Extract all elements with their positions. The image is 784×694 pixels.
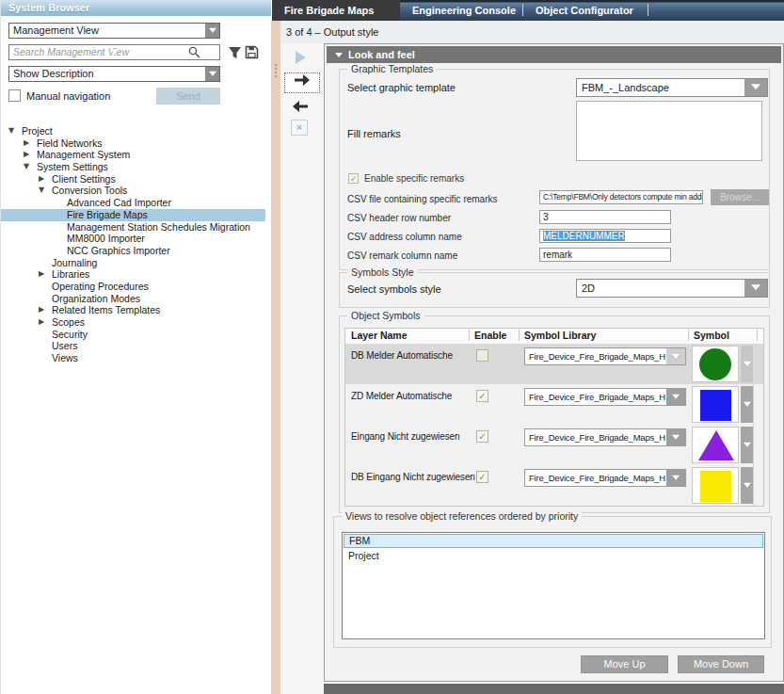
symbol-dropdown-arrow-icon[interactable] [741, 346, 753, 382]
show-description-dropdown[interactable]: Show Description [8, 66, 220, 82]
arrow-left-icon [292, 101, 309, 112]
enable-checkbox[interactable] [476, 349, 488, 362]
tree-item[interactable]: ▶Related Items Templates [1, 304, 265, 316]
tree-item-selected[interactable]: Fire Brigade Maps [1, 209, 265, 221]
symbol-library-dropdown[interactable]: Fire_Device_Fire_Brigade_Maps_HQ_1 [524, 428, 686, 446]
tab-engineering-console[interactable]: Engineering Console [400, 0, 522, 21]
move-down-button[interactable]: Move Down [678, 655, 764, 673]
tree-item[interactable]: ▶Management System [1, 149, 265, 161]
symbol-preview[interactable] [692, 467, 739, 504]
list-item[interactable]: Project [343, 549, 764, 563]
tree-item[interactable]: MM8000 Importer [1, 233, 265, 245]
symbol-library-dropdown[interactable]: Fire_Device_Fire_Brigade_Maps_HQ_1 [524, 347, 686, 365]
dropdown-arrow-icon[interactable] [666, 470, 685, 486]
management-view-dropdown[interactable]: Management View [8, 23, 220, 39]
csv-header-row-input[interactable]: 3 [539, 210, 671, 224]
object-symbols-row[interactable]: ZD Melder Automatische ✓ Fire_Device_Fir… [345, 384, 763, 425]
browse-button[interactable]: Browse... [711, 189, 769, 205]
tree-item[interactable]: ▶Scopes [1, 316, 265, 329]
tree-item[interactable]: Advanced Cad Importer [1, 197, 265, 209]
object-symbols-row[interactable]: DB Melder Automatische Fire_Device_Fire_… [345, 344, 763, 384]
tree-item[interactable]: Security [1, 329, 265, 341]
object-symbols-row[interactable]: Eingang Nicht zugewiesen ✓ Fire_Device_F… [345, 425, 763, 465]
expander-icon[interactable]: ▶ [39, 304, 52, 316]
symbol-library-dropdown[interactable]: Fire_Device_Fire_Brigade_Maps_HQ_1 [524, 469, 686, 487]
tree-item[interactable]: ▶Client Settings [1, 173, 265, 186]
symbols-style-dropdown[interactable]: 2D [576, 279, 768, 298]
tree-item[interactable]: Users [1, 340, 265, 352]
tree-item[interactable]: ▶Libraries [1, 268, 265, 281]
tree-item[interactable]: Views [1, 352, 265, 364]
application-window: System Browser Management View Search Ma… [0, 0, 784, 694]
fill-remarks-textarea[interactable] [576, 101, 762, 161]
panel-splitter[interactable] [271, 21, 280, 694]
object-symbols-row[interactable]: DB Eingang Nicht zugewiesen ✓ Fire_Devic… [345, 465, 763, 506]
list-item-selected[interactable]: FBM [344, 534, 763, 548]
enable-checkbox[interactable]: ✓ [476, 471, 488, 483]
next-step-button[interactable] [284, 73, 320, 93]
column-header-enable: Enable [474, 330, 506, 341]
play-icon[interactable] [296, 51, 306, 64]
tree-item[interactable]: ▶Field Networks [1, 137, 265, 150]
expander-icon[interactable]: ▼ [8, 125, 22, 137]
square-symbol-icon [700, 471, 731, 502]
expander-icon[interactable]: ▶ [24, 137, 37, 150]
previous-step-button[interactable] [292, 101, 309, 114]
move-up-button[interactable]: Move Up [581, 655, 668, 673]
expander-icon[interactable]: ▶ [39, 173, 52, 186]
tree-item[interactable]: NCC Graphics Importer [1, 245, 265, 257]
tree-item[interactable]: Journaling [1, 257, 265, 269]
tab-fire-brigade-maps[interactable]: Fire Brigade Maps [272, 0, 400, 21]
tree-item[interactable]: ▼Project [1, 125, 265, 137]
enable-checkbox[interactable]: ✓ [476, 390, 488, 402]
views-priority-list[interactable]: FBM Project [342, 532, 765, 639]
graphic-template-value: FBM_-_Landscape [577, 79, 744, 96]
expander-icon[interactable]: ▼ [39, 185, 52, 197]
tree-item[interactable]: ▼System Settings [1, 161, 265, 173]
tree-item[interactable]: Management Station Schedules Migration [1, 221, 265, 234]
graphic-templates-legend: Graphic Templates [347, 63, 437, 74]
filter-icon[interactable] [228, 46, 242, 61]
graphic-templates-group: Graphic Templates Select graphic templat… [339, 69, 770, 270]
dropdown-arrow-icon[interactable] [744, 280, 767, 297]
symbol-dropdown-arrow-icon[interactable] [741, 386, 753, 423]
dropdown-arrow-icon[interactable] [205, 67, 219, 81]
tree-item[interactable]: Organization Modes [1, 293, 265, 305]
look-and-feel-section-header[interactable]: Look and feel [327, 46, 781, 63]
csv-remark-column-input[interactable]: remark [539, 248, 671, 262]
layer-name: DB Melder Automatische [351, 350, 453, 361]
search-input[interactable]: Search Management View [8, 44, 220, 60]
expander-icon[interactable]: ▶ [39, 316, 52, 329]
expander-icon[interactable]: ▼ [24, 161, 37, 173]
dropdown-arrow-icon[interactable] [666, 348, 685, 364]
search-icon[interactable] [188, 46, 200, 60]
cancel-wizard-button[interactable]: × [291, 120, 308, 136]
symbol-dropdown-arrow-icon[interactable] [741, 467, 753, 504]
symbol-dropdown-arrow-icon[interactable] [741, 427, 753, 463]
symbol-preview[interactable] [692, 346, 739, 382]
dropdown-arrow-icon[interactable] [744, 79, 767, 96]
manual-navigation-checkbox[interactable] [8, 89, 21, 102]
dropdown-arrow-icon[interactable] [666, 429, 685, 445]
dropdown-arrow-icon[interactable] [666, 389, 685, 405]
enable-checkbox[interactable]: ✓ [476, 430, 488, 443]
tab-object-configurator[interactable]: Object Configurator [523, 0, 648, 21]
save-icon[interactable] [245, 45, 259, 61]
expander-icon[interactable]: ▶ [39, 268, 52, 281]
tree-item[interactable]: ▼Conversion Tools [1, 185, 265, 197]
expander-icon[interactable]: ▶ [24, 149, 37, 161]
symbol-preview[interactable] [692, 427, 739, 463]
dropdown-arrow-icon[interactable] [205, 24, 219, 38]
enable-specific-remarks-checkbox[interactable]: ✓ [348, 173, 359, 184]
csv-file-input[interactable]: C:\Temp\FBM\Only detectors compute min a… [539, 190, 703, 204]
csv-address-column-input[interactable]: MELDERNUMMER [539, 229, 671, 243]
tree-item-label: MM8000 Importer [67, 233, 145, 244]
symbol-library-value: Fire_Device_Fire_Brigade_Maps_HQ_1 [525, 389, 665, 405]
horizontal-scrollbar[interactable] [324, 684, 784, 694]
tree-item[interactable]: Operating Procedures [1, 281, 265, 293]
graphic-template-dropdown[interactable]: FBM_-_Landscape [576, 78, 768, 97]
symbol-preview[interactable] [692, 386, 739, 423]
symbol-library-dropdown[interactable]: Fire_Device_Fire_Brigade_Maps_HQ_1 [524, 388, 686, 406]
send-button[interactable]: Send [156, 88, 220, 105]
square-symbol-icon [700, 390, 731, 421]
